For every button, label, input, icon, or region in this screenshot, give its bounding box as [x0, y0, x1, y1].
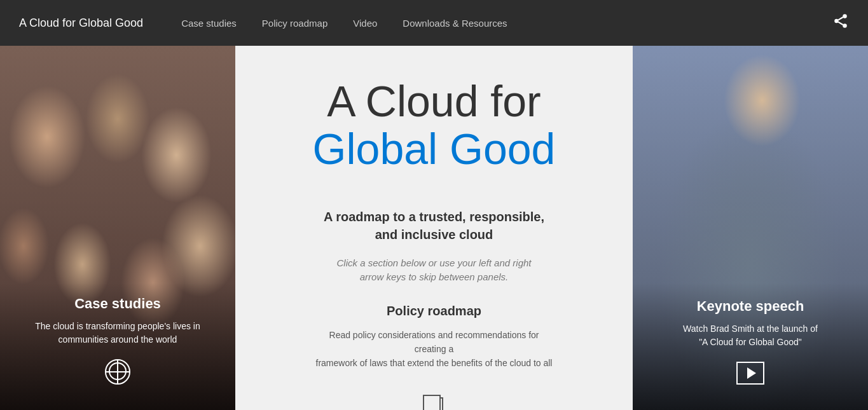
hero-subtitle: A roadmap to a trusted, responsible,and …: [324, 208, 544, 243]
hero-instruction: Click a section below or use your left a…: [337, 256, 532, 285]
keynote-description: Watch Brad Smith at the launch of"A Clou…: [652, 322, 849, 349]
svg-point-1: [834, 19, 839, 24]
play-button[interactable]: [736, 362, 764, 385]
document-icon: [423, 395, 446, 410]
policy-roadmap-description: Read policy considerations and recommend…: [313, 328, 555, 371]
nav-policy-roadmap[interactable]: Policy roadmap: [262, 18, 327, 29]
policy-roadmap-title: Policy roadmap: [387, 304, 481, 318]
svg-line-3: [838, 22, 843, 25]
share-icon[interactable]: [832, 13, 849, 33]
nav-downloads[interactable]: Downloads & Resources: [403, 18, 507, 29]
nav-brand: A Cloud for Global Good: [19, 17, 143, 30]
svg-line-4: [838, 17, 843, 20]
svg-point-0: [843, 14, 847, 18]
navigation: A Cloud for Global Good Case studies Pol…: [0, 0, 868, 46]
page-wrapper: Case studies The cloud is transforming p…: [0, 46, 868, 410]
svg-point-2: [843, 24, 847, 28]
play-triangle-icon: [747, 367, 756, 379]
keynote-title: Keynote speech: [652, 298, 849, 315]
hero-title-line2: Global Good: [313, 125, 556, 173]
nav-links: Case studies Policy roadmap Video Downlo…: [181, 18, 832, 29]
panel-case-studies[interactable]: Case studies The cloud is transforming p…: [0, 46, 235, 410]
panel-left-content: Case studies The cloud is transforming p…: [0, 296, 235, 385]
case-studies-title: Case studies: [19, 296, 216, 312]
case-studies-description: The cloud is transforming people's lives…: [19, 320, 216, 346]
panel-center: A Cloud for Global Good A roadmap to a t…: [235, 46, 633, 410]
hero-title-line1: A Cloud for: [327, 78, 541, 125]
globe-icon: [105, 359, 130, 385]
nav-video[interactable]: Video: [353, 18, 377, 29]
panel-keynote[interactable]: Keynote speech Watch Brad Smith at the l…: [633, 46, 868, 410]
panel-right-content: Keynote speech Watch Brad Smith at the l…: [633, 298, 868, 385]
globe-icon-inner: [109, 362, 127, 380]
nav-case-studies[interactable]: Case studies: [181, 18, 237, 29]
document-icon-front: [423, 395, 441, 410]
